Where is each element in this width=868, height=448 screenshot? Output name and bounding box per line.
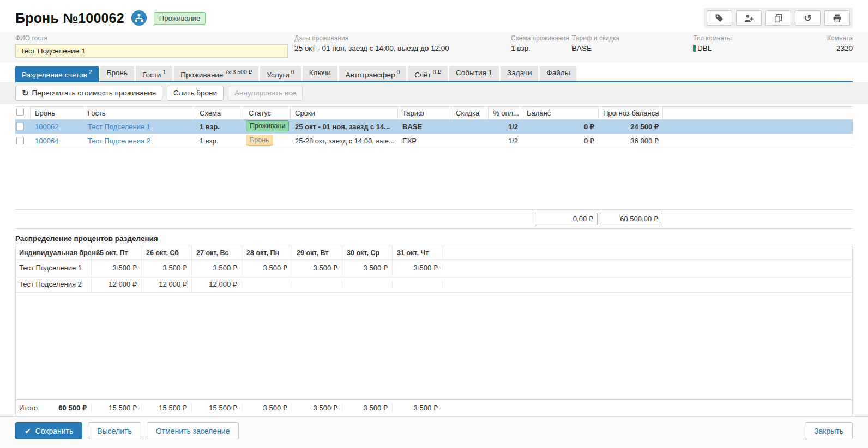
distribution-row: Тест Подселения 2 12 000 ₽ 12 000 ₽ 12 0… [16,276,852,293]
group-booking-icon[interactable] [131,10,147,26]
tab-accommodation[interactable]: Проживание7x 3 500 ₽ [174,66,258,81]
scheme-value[interactable]: 1 взр. [511,44,565,52]
day-amount[interactable]: 3 500 ₽ [342,261,392,275]
stay-dates-value[interactable]: 25 окт - 01 ноя, заезд с 14:00, выезд до… [294,44,504,52]
info-bar: ФИО гостя Даты проживания 25 окт - 01 но… [0,32,868,63]
copy-icon[interactable] [765,10,791,26]
tab-services[interactable]: Услуги0 [260,66,300,81]
stay-dates-label: Даты проживания [294,34,504,42]
day-amount[interactable]: 12 000 ₽ [191,277,242,292]
row-checkbox[interactable] [16,137,24,144]
day-amount[interactable]: 3 500 ₽ [242,261,292,275]
tab-files[interactable]: Файлы [540,66,576,81]
header-icon-toolbar: ↺ [704,8,853,28]
recalculate-cost-button[interactable]: ↻ Пересчитать стоимость проживания [15,86,162,101]
room-label: Комната [827,34,853,42]
merge-bookings-button[interactable]: Слить брони [167,86,224,101]
day-amount[interactable]: 12 000 ₽ [91,277,141,292]
tab-tasks[interactable]: Задачи [501,66,538,81]
day-amount[interactable] [392,281,442,287]
room-value[interactable]: 2320 [836,44,853,52]
day-amount[interactable] [342,281,392,287]
history-icon[interactable]: ↺ [795,10,821,26]
day-amount[interactable]: 3 500 ₽ [392,261,442,275]
total-balance-box: 0,00 ₽ [535,213,598,225]
guest-link[interactable]: Тест Подселение 1 [88,123,150,131]
cell-forecast: 36 000 ₽ [599,137,663,145]
guest-name: Тест Подселение 1 [16,261,91,275]
evict-button[interactable]: Выселить [88,422,141,439]
room-type-label: Тип комнаты [693,34,802,42]
tab-invoice[interactable]: Счёт0 ₽ [408,66,448,81]
distribution-table-body: Тест Подселение 1 3 500 ₽ 3 500 ₽ 3 500 … [16,260,852,293]
cell-tariff: BASE [398,123,451,131]
row-checkbox[interactable] [16,123,24,130]
actions-toolbar: ↻ Пересчитать стоимость проживания Слить… [0,82,868,104]
tag-icon[interactable] [707,10,732,26]
cell-scheme: 1 взр. [195,123,244,131]
col-header-paid-percent: % опл... [489,107,522,119]
col-header-discount: Скидка [451,107,489,119]
col-header-date: 26 окт, Сб [141,246,191,259]
cell-balance: 0 ₽ [522,123,599,131]
tab-autotransfer[interactable]: Автотрансфер0 [339,66,407,81]
add-guest-icon[interactable] [736,10,762,26]
status-badge: Бронь [246,135,273,146]
tab-events[interactable]: События 1 [449,66,499,81]
day-amount[interactable]: 3 500 ₽ [141,261,191,275]
tab-guests[interactable]: Гости1 [136,66,172,81]
room-type-value[interactable]: DBL [693,44,802,52]
day-amount[interactable] [292,281,342,287]
check-icon: ✔ [25,427,31,435]
select-all-checkbox[interactable] [16,108,24,116]
cancel-checkin-button[interactable]: Отменить заселение [147,422,239,439]
day-amount[interactable]: 3 500 ₽ [292,261,342,275]
col-header-dates: Сроки [291,107,398,119]
tab-keys[interactable]: Ключи [303,66,337,81]
status-badge: Проживание [154,12,206,25]
cell-dates: 25-28 окт, заезд с 14:00, вые... [291,137,398,145]
distribution-section-title: Распределение процентов разделения [15,234,853,243]
day-total: 3 500 ₽ [242,404,292,412]
booking-header: Бронь №100062 Проживание ↺ [15,8,853,28]
guest-name-input[interactable] [15,44,288,58]
bookings-table: Бронь Гость Схема Статус Сроки Тариф Ски… [15,106,853,229]
col-header-date: 25 окт, Пт [91,246,141,259]
guest-link[interactable]: Тест Подселения 2 [88,137,150,145]
day-amount[interactable]: 12 000 ₽ [141,277,191,292]
col-header-date: 30 окт, Ср [342,246,392,259]
col-header-guest: Гость [83,107,195,119]
save-button[interactable]: ✔ Сохранить [15,422,82,439]
annul-all-button[interactable]: Аннулировать все [228,86,303,101]
col-header-date: 31 окт, Чт [392,246,442,259]
booking-row-100062[interactable]: 100062 Тест Подселение 1 1 взр. Проживан… [15,120,853,134]
day-amount[interactable] [242,281,292,287]
col-header-individual-booking: Индивидуальная бронь [16,246,91,259]
print-icon[interactable] [824,10,850,26]
booking-id-link[interactable]: 100064 [35,137,58,145]
bookings-table-header: Бронь Гость Схема Статус Сроки Тариф Ски… [15,106,853,120]
col-header-date: 27 окт, Вс [191,246,242,259]
tab-booking[interactable]: Бронь [100,66,134,81]
cell-forecast: 24 500 ₽ [599,123,663,131]
footer-bar: ✔ Сохранить Выселить Отменить заселение … [0,416,868,448]
total-label: Итого [19,404,38,412]
bookings-table-empty-area [15,148,853,209]
day-amount[interactable]: 3 500 ₽ [191,261,242,275]
booking-row-100064[interactable]: 100064 Тест Подселения 2 1 взр. Бронь 25… [15,134,853,148]
distribution-table-header: Индивидуальная бронь 25 окт, Пт 26 окт, … [16,246,852,260]
status-badge: Проживани [246,120,289,131]
close-button[interactable]: Закрыть [805,422,853,439]
col-header-status: Статус [244,107,291,119]
tab-split-invoices[interactable]: Разделение счетов2 [15,66,99,81]
day-total: 15 500 ₽ [141,404,191,412]
cell-balance: 0 ₽ [522,137,599,145]
tariff-label: Тариф и скидка [572,34,686,42]
booking-id-link[interactable]: 100062 [35,123,58,131]
grand-total: 60 500 ₽ [58,404,87,412]
tariff-value[interactable]: BASE [572,44,686,52]
col-header-tariff: Тариф [398,107,451,119]
day-amount[interactable]: 3 500 ₽ [91,261,141,275]
distribution-total-row: Итого 60 500 ₽ 15 500 ₽ 15 500 ₽ 15 500 … [16,399,852,416]
bookings-totals-row: 0,00 ₽ 60 500,00 ₽ [15,209,853,229]
